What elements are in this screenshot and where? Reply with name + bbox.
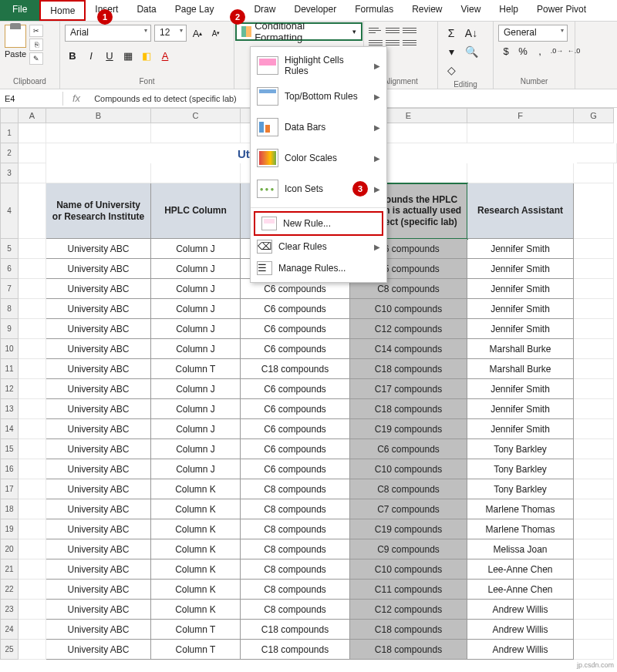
align-center-button[interactable] (386, 37, 400, 48)
paste-icon[interactable] (5, 25, 26, 48)
cell[interactable]: Column K (151, 479, 241, 499)
cell[interactable]: C8 compounds (241, 519, 350, 539)
cell[interactable] (19, 319, 46, 339)
cell[interactable] (574, 163, 614, 183)
cell[interactable]: University ABC (46, 580, 151, 600)
decrease-decimal-button[interactable]: ←.0 (566, 43, 582, 59)
tab-powerpivot[interactable]: Power Pivot (528, 0, 595, 21)
cell[interactable]: C18 compounds (350, 359, 467, 379)
row-header[interactable]: 22 (0, 580, 19, 600)
font-color-button[interactable]: A (157, 48, 173, 63)
cell[interactable] (19, 459, 46, 479)
cell[interactable]: Column K (151, 519, 241, 539)
cell[interactable]: C12 compounds (350, 319, 467, 339)
cell[interactable]: Column J (151, 339, 241, 359)
cell[interactable] (19, 640, 46, 660)
cell[interactable] (19, 123, 46, 143)
select-all-corner[interactable] (0, 108, 19, 123)
cell[interactable]: C18 compounds (350, 640, 467, 660)
cell[interactable]: C18 compounds (350, 399, 467, 419)
cell[interactable] (574, 359, 614, 379)
cell[interactable] (151, 163, 241, 183)
cell[interactable]: Jennifer Smith (467, 419, 574, 439)
cell[interactable] (574, 600, 614, 620)
cell[interactable]: University ABC (46, 399, 151, 419)
row-header[interactable]: 21 (0, 559, 19, 580)
tab-review[interactable]: Review (403, 0, 451, 21)
cell[interactable]: Column J (151, 299, 241, 319)
cell[interactable]: Column K (151, 600, 241, 620)
cell[interactable]: Column J (151, 239, 241, 259)
cell[interactable] (574, 239, 614, 259)
underline-button[interactable]: U (102, 48, 117, 63)
sort-filter-button[interactable]: A↓ (463, 25, 480, 42)
cell[interactable]: Jennifer Smith (467, 379, 574, 399)
row-header[interactable]: 2 (0, 143, 19, 163)
tab-draw[interactable]: Draw (244, 0, 285, 21)
cell[interactable]: University ABC (46, 640, 151, 660)
cell[interactable] (574, 319, 614, 339)
cell[interactable]: C8 compounds (350, 479, 467, 499)
cell[interactable]: Lee-Anne Chen (467, 580, 574, 600)
cell[interactable]: C19 compounds (350, 519, 467, 539)
align-right-button[interactable] (403, 37, 416, 48)
comma-button[interactable]: , (532, 43, 548, 59)
col-header[interactable]: G (574, 108, 614, 123)
cell[interactable]: C17 compounds (350, 379, 467, 399)
cell[interactable]: University ABC (46, 259, 151, 279)
cell[interactable]: Jennifer Smith (467, 299, 574, 319)
cell[interactable]: University ABC (46, 620, 151, 640)
cell[interactable] (19, 580, 46, 600)
cell[interactable] (19, 239, 46, 259)
cell[interactable] (574, 620, 614, 640)
cell[interactable] (151, 123, 241, 143)
row-header[interactable]: 18 (0, 499, 19, 519)
cell[interactable] (19, 359, 46, 379)
tab-pagelayout[interactable]: Page Lay (166, 0, 224, 21)
cell[interactable] (574, 339, 614, 359)
cell[interactable]: University ABC (46, 419, 151, 439)
cell[interactable]: Marlene Thomas (467, 519, 574, 539)
row-header[interactable]: 12 (0, 379, 19, 399)
cell[interactable] (574, 519, 614, 539)
cell[interactable]: C11 compounds (350, 580, 467, 600)
cell[interactable]: C6 compounds (241, 339, 350, 359)
cell[interactable]: C8 compounds (241, 600, 350, 620)
table-header[interactable]: Research Assistant (467, 183, 574, 239)
currency-button[interactable]: $ (498, 43, 514, 59)
row-header[interactable]: 4 (0, 183, 19, 239)
col-header[interactable]: C (151, 108, 241, 123)
cell[interactable]: Column K (151, 539, 241, 559)
cell[interactable]: C9 compounds (350, 539, 467, 559)
cell[interactable] (574, 123, 614, 143)
decrease-font-button[interactable]: A▾ (208, 25, 224, 41)
cell[interactable]: Jennifer Smith (467, 319, 574, 339)
row-header[interactable]: 1 (0, 123, 19, 143)
cell[interactable]: Column K (151, 580, 241, 600)
menu-color-scales[interactable]: Color Scales ▶ (251, 143, 386, 173)
cell[interactable] (19, 439, 46, 459)
cell[interactable]: University ABC (46, 439, 151, 459)
cell[interactable] (19, 600, 46, 620)
cell[interactable]: University ABC (46, 299, 151, 319)
cell[interactable]: Marshall Burke (467, 339, 574, 359)
cell[interactable] (574, 299, 614, 319)
cell[interactable] (19, 339, 46, 359)
cell[interactable] (577, 143, 617, 163)
formatpainter-button[interactable]: ✎ (29, 52, 43, 65)
cell[interactable]: University ABC (46, 279, 151, 299)
cell[interactable]: Column K (151, 499, 241, 519)
cell[interactable]: Column K (151, 559, 241, 580)
menu-icon-sets[interactable]: Icon Sets 3 ▶ (251, 173, 386, 204)
cell[interactable]: Column J (151, 259, 241, 279)
cell[interactable]: C6 compounds (241, 439, 350, 459)
cell[interactable]: C18 compounds (241, 640, 350, 660)
tab-help[interactable]: Help (490, 0, 528, 21)
cell[interactable]: Column T (151, 620, 241, 640)
row-header[interactable]: 9 (0, 319, 19, 339)
cell[interactable] (19, 279, 46, 299)
table-header[interactable]: Name of University or Research Institute (46, 183, 151, 239)
cell[interactable]: C18 compounds (241, 620, 350, 640)
cell[interactable] (574, 379, 614, 399)
cell[interactable]: University ABC (46, 239, 151, 259)
